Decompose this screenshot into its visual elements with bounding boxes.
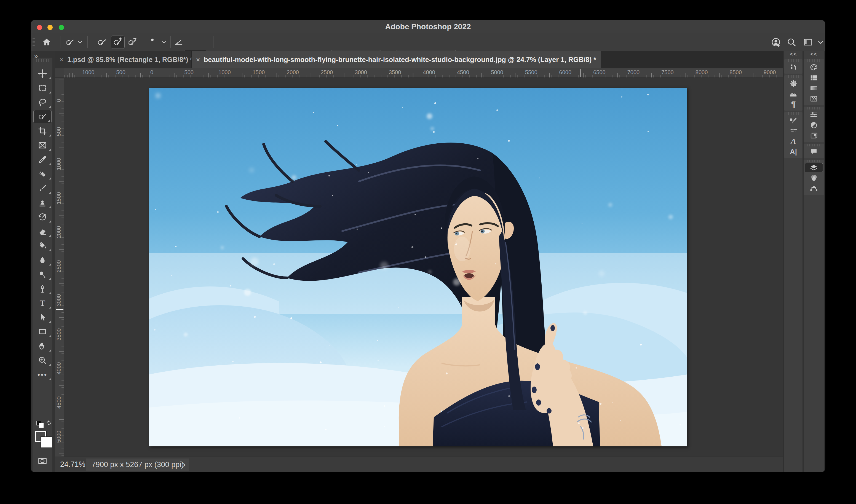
- panel-group-grip[interactable]: [788, 112, 799, 115]
- panel-group-grip[interactable]: [807, 160, 820, 162]
- collapse-panels-icon[interactable]: <<: [784, 51, 802, 58]
- eyedropper-tool[interactable]: [33, 153, 52, 166]
- tool-flyout-arrow: [49, 364, 51, 366]
- ruler-horizontal[interactable]: 1000500050010001500200025003000350040004…: [64, 68, 783, 78]
- selection-brush-tool[interactable]: [33, 110, 52, 123]
- screen-mode-icon[interactable]: [33, 469, 52, 472]
- separator: [87, 36, 88, 48]
- canvas-viewport[interactable]: [64, 78, 783, 456]
- tab-1psd[interactable]: × 1.psd @ 85.8% (Rectangle 1, RGB/8*) *: [55, 51, 192, 68]
- selection-mode-subtract-button[interactable]: [125, 36, 139, 49]
- adjustments-panel-icon[interactable]: [804, 120, 824, 130]
- dodge-tool[interactable]: [33, 268, 52, 281]
- tab-label: beautiful-model-with-long-smooth-flying-…: [204, 56, 596, 64]
- workspace-icon[interactable]: [802, 37, 814, 48]
- quick-mask-icon[interactable]: [33, 455, 52, 467]
- panel-group-grip[interactable]: [788, 75, 799, 78]
- tool-preset-selection-brush-icon[interactable]: [65, 37, 75, 48]
- hand-tool[interactable]: [33, 339, 52, 353]
- panel-group-grip[interactable]: [807, 144, 820, 146]
- paths-panel-icon[interactable]: [804, 183, 824, 194]
- snowflake: [433, 131, 434, 133]
- swatches-panel-icon[interactable]: [804, 73, 824, 83]
- panel-group-grip[interactable]: [788, 59, 799, 62]
- user-plus-icon[interactable]: [770, 37, 782, 48]
- photo-scene: [149, 88, 687, 446]
- brushes-panel-icon[interactable]: [784, 125, 802, 136]
- tool-flyout-arrow: [49, 378, 51, 380]
- path-selection-tool[interactable]: [33, 311, 52, 324]
- document-dimensions[interactable]: 7900 px x 5267 px (300 ppi) ›: [86, 458, 189, 471]
- channels-panel-icon[interactable]: [804, 173, 824, 183]
- collapse-panels-icon[interactable]: <<: [804, 51, 824, 58]
- patterns-panel-icon[interactable]: [804, 93, 824, 104]
- eraser-tool[interactable]: [33, 225, 52, 238]
- history-panel-icon[interactable]: [784, 62, 802, 73]
- gradients-panel-icon[interactable]: [804, 83, 824, 93]
- ruler-vertical[interactable]: 0500100015002000250030003500400045005000: [55, 78, 64, 456]
- zoom-level[interactable]: 24.71%: [60, 460, 86, 469]
- status-chevron-icon[interactable]: ›: [183, 458, 185, 471]
- tab-beautiful-model[interactable]: × beautiful-model-with-long-smooth-flyin…: [192, 51, 601, 68]
- glyphs-panel-icon[interactable]: A: [784, 136, 802, 146]
- swap-colors-icon[interactable]: [45, 420, 52, 429]
- comments-panel-icon[interactable]: [804, 146, 824, 157]
- frame-tool[interactable]: [33, 139, 52, 152]
- close-tab-icon[interactable]: ×: [196, 56, 200, 64]
- search-icon[interactable]: [785, 37, 798, 48]
- chevron-down-icon[interactable]: [76, 37, 84, 48]
- lasso-tool[interactable]: [33, 96, 52, 109]
- zoom-tool[interactable]: [33, 354, 52, 367]
- selection-mode-add-button[interactable]: [111, 36, 125, 49]
- blur-tool[interactable]: [33, 253, 52, 267]
- snowflake: [640, 344, 642, 345]
- ruler-tick-label: 2500: [56, 260, 62, 272]
- photoshop-window: Adobe Photoshop 2022 10 -9° Sample All L…: [31, 20, 825, 472]
- ruler-tick-label: 6500: [593, 69, 606, 75]
- color-panel-icon[interactable]: [804, 62, 824, 73]
- close-tab-icon[interactable]: ×: [59, 56, 64, 64]
- clone-stamp-tool[interactable]: [33, 196, 52, 209]
- options-bar-grip[interactable]: [33, 38, 35, 47]
- default-colors-bg-icon[interactable]: [39, 423, 43, 428]
- ruler-tick-label: 8500: [729, 69, 742, 75]
- background-color-swatch[interactable]: [41, 437, 52, 448]
- brush-tool[interactable]: [33, 182, 52, 195]
- character-panel-icon[interactable]: A|: [784, 146, 802, 157]
- document-canvas[interactable]: [149, 88, 687, 446]
- rectangular-marquee-tool[interactable]: [33, 81, 52, 94]
- tab-bar: × 1.psd @ 85.8% (Rectangle 1, RGB/8*) * …: [55, 51, 783, 68]
- brush-size-dot-icon[interactable]: [151, 39, 154, 41]
- chevron-down-icon[interactable]: [815, 37, 825, 48]
- history-brush-tool[interactable]: [33, 210, 52, 223]
- selection-mode-new-button[interactable]: [95, 36, 109, 49]
- properties-panel-icon[interactable]: [804, 109, 824, 120]
- spot-healing-tool[interactable]: [33, 167, 52, 181]
- brush-settings-panel-icon[interactable]: [784, 115, 802, 125]
- type-tool[interactable]: T: [33, 296, 52, 310]
- paragraph-panel-icon[interactable]: ¶: [784, 99, 802, 109]
- ruler-tick-label: 3000: [355, 69, 367, 75]
- tool-flyout-arrow: [49, 91, 51, 93]
- panel-group-grip[interactable]: [807, 59, 820, 62]
- ellipsis-tool[interactable]: •••: [33, 368, 52, 381]
- move-tool[interactable]: [33, 67, 52, 80]
- navigator-panel-icon[interactable]: [784, 78, 802, 89]
- histogram-panel-icon[interactable]: [784, 89, 802, 99]
- toolbar-grip[interactable]: [36, 59, 49, 62]
- panel-group-grip[interactable]: [807, 107, 820, 109]
- rectangle-tool[interactable]: [33, 325, 52, 338]
- snowflake: [155, 209, 156, 210]
- chevron-down-icon[interactable]: [160, 37, 168, 48]
- paint-bucket-tool[interactable]: [33, 239, 52, 252]
- ruler-tick-label: 0: [56, 99, 62, 102]
- layers-panel-icon[interactable]: [804, 162, 824, 173]
- snowflake: [156, 93, 160, 98]
- ruler-pointer-mark: [581, 69, 581, 77]
- crop-tool[interactable]: [33, 124, 52, 138]
- libraries-panel-icon[interactable]: [804, 130, 824, 141]
- pen-tool[interactable]: [33, 282, 52, 295]
- ruler-tick-label: 1000: [82, 69, 94, 75]
- home-icon[interactable]: [41, 37, 52, 48]
- snowflake: [647, 94, 649, 95]
